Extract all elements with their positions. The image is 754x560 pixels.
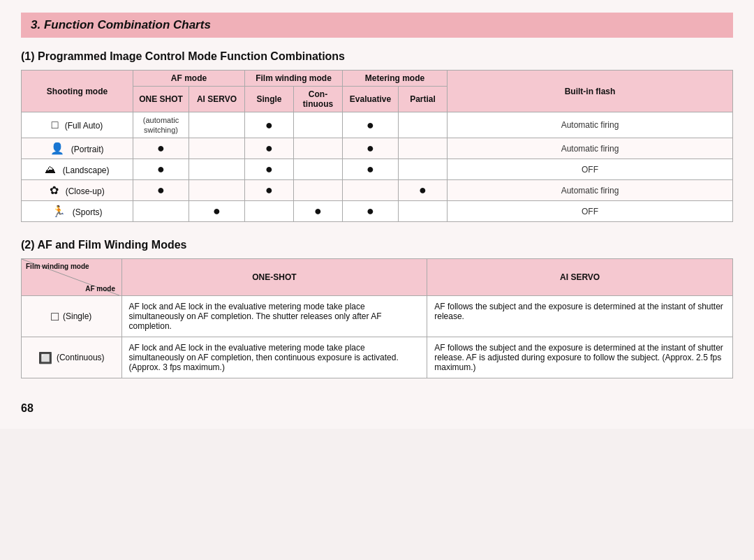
flash-cell: OFF	[448, 159, 733, 180]
continuous-label: (Continuous)	[57, 353, 105, 362]
single-cell: ●	[245, 112, 294, 138]
col-header-single: Single	[245, 87, 294, 112]
one-shot-cell	[133, 201, 189, 222]
eval-cell	[343, 180, 399, 201]
mode-cell: 🏃 (Sports)	[22, 201, 133, 222]
single-cell: ●	[245, 138, 294, 159]
auto-switch-text: (automatic switching)	[143, 116, 179, 134]
table-row: ✿ (Close-up) ● ● ● Automatic firing	[22, 180, 733, 201]
page-number: 68	[21, 395, 733, 415]
section-title: 3. Function Combination Charts	[31, 18, 211, 31]
winding-mode-label: 🔲 (Continuous)	[22, 337, 122, 378]
mode-label: (Full Auto)	[65, 121, 103, 131]
partial-cell	[399, 159, 448, 180]
single-cell: ●	[245, 180, 294, 201]
table-row: 👤 (Portrait) ● ● ● Automatic firing	[22, 138, 733, 159]
flash-cell: OFF	[448, 201, 733, 222]
col-header-metering: Metering mode	[343, 71, 448, 87]
col-header-ai-servo: AI SERVO	[427, 259, 733, 296]
mode-label: (Landscape)	[63, 165, 110, 175]
table-row: 🏃 (Sports) ● ● ● OFF	[22, 201, 733, 222]
mode-label: (Close-up)	[66, 186, 105, 196]
af-mode-diag-label: AF mode	[85, 285, 115, 293]
eval-cell: ●	[343, 201, 399, 222]
col-header-one-shot: ONE SHOT	[133, 87, 189, 112]
col-header-evaluative: Evaluative	[343, 87, 399, 112]
eval-cell: ●	[343, 138, 399, 159]
mode-icon: □	[52, 119, 59, 131]
col-header-partial: Partial	[399, 87, 448, 112]
col-header-film: Film winding mode	[245, 71, 343, 87]
one-shot-desc: AF lock and AE lock in the evaluative me…	[121, 337, 427, 378]
table2-container: Film winding mode AF mode ONE-SHOT AI SE…	[21, 258, 733, 378]
flash-cell: Automatic firing	[448, 112, 733, 138]
ai-servo-cell	[189, 180, 245, 201]
table1-container: Shooting mode AF mode Film winding mode …	[21, 70, 733, 222]
page: { "page": { "section_title": "3. Functio…	[0, 0, 754, 429]
mode-cell: 👤 (Portrait)	[22, 138, 133, 159]
function-combination-table: Shooting mode AF mode Film winding mode …	[21, 70, 733, 222]
subsection2-title: (2) AF and Film Winding Modes	[21, 239, 733, 251]
ai-servo-desc: AF follows the subject and the exposure …	[427, 337, 733, 378]
one-shot-desc: AF lock and AE lock in the evaluative me…	[121, 296, 427, 337]
mode-cell: ✿ (Close-up)	[22, 180, 133, 201]
mode-label: (Portrait)	[71, 145, 104, 154]
mode-label: (Sports)	[73, 207, 103, 217]
diag-header-cell: Film winding mode AF mode	[22, 259, 122, 296]
partial-cell	[399, 112, 448, 138]
section-header: 3. Function Combination Charts	[21, 13, 733, 38]
col-header-af: AF mode	[133, 71, 245, 87]
one-shot-cell: ●	[133, 180, 189, 201]
mode-cell: ⛰ (Landscape)	[22, 159, 133, 180]
cont-cell	[294, 112, 343, 138]
table-row: ⛰ (Landscape) ● ● ● OFF	[22, 159, 733, 180]
col-header-shooting: Shooting mode	[22, 71, 133, 112]
subsection1-title: (1) Programmed Image Control Mode Functi…	[21, 50, 733, 63]
col-header-continuous: Con-tinuous	[294, 87, 343, 112]
one-shot-cell: ●	[133, 138, 189, 159]
mode-icon: 👤	[50, 142, 64, 154]
eval-cell: ●	[343, 112, 399, 138]
single-icon: □	[51, 309, 59, 324]
table-row: 🔲 (Continuous) AF lock and AE lock in th…	[22, 337, 733, 378]
one-shot-cell: (automatic switching)	[133, 112, 189, 138]
cont-cell	[294, 138, 343, 159]
ai-servo-cell	[189, 112, 245, 138]
single-cell: ●	[245, 159, 294, 180]
ai-servo-cell	[189, 159, 245, 180]
continuous-icon: 🔲	[38, 351, 52, 364]
partial-cell	[399, 138, 448, 159]
af-film-winding-table: Film winding mode AF mode ONE-SHOT AI SE…	[21, 258, 733, 378]
flash-cell: Automatic firing	[448, 180, 733, 201]
col-header-ai-servo: AI SERVO	[189, 87, 245, 112]
film-winding-diag-label: Film winding mode	[26, 263, 89, 271]
ai-servo-cell: ●	[189, 201, 245, 222]
col-header-flash: Built-in flash	[448, 71, 733, 112]
partial-cell	[399, 201, 448, 222]
flash-cell: Automatic firing	[448, 138, 733, 159]
single-label: (Single)	[63, 311, 91, 321]
cont-cell: ●	[294, 201, 343, 222]
cont-cell	[294, 180, 343, 201]
mode-cell: □ (Full Auto)	[22, 112, 133, 138]
col-header-one-shot: ONE-SHOT	[121, 259, 427, 296]
partial-cell: ●	[399, 180, 448, 201]
ai-servo-cell	[189, 138, 245, 159]
ai-servo-desc: AF follows the subject and the exposure …	[427, 296, 733, 337]
mode-icon: ⛰	[45, 163, 56, 175]
eval-cell: ●	[343, 159, 399, 180]
table-row: □ (Full Auto) (automatic switching) ● ● …	[22, 112, 733, 138]
cont-cell	[294, 159, 343, 180]
mode-icon: ✿	[50, 184, 59, 196]
single-cell	[245, 201, 294, 222]
mode-icon: 🏃	[52, 205, 66, 217]
table-row: □ (Single) AF lock and AE lock in the ev…	[22, 296, 733, 337]
one-shot-cell: ●	[133, 159, 189, 180]
winding-mode-label: □ (Single)	[22, 296, 122, 337]
